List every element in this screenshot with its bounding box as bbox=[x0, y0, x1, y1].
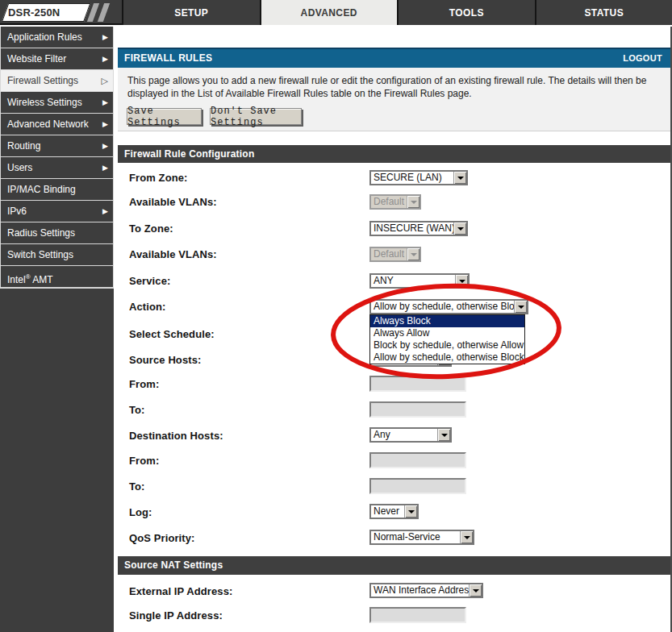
from-zone-label: From Zone: bbox=[129, 172, 188, 185]
from-zone-value: SECURE (LAN) bbox=[371, 172, 453, 184]
sidebar-item-label: Routing bbox=[7, 140, 40, 152]
select-schedule-label: Select Schedule: bbox=[129, 328, 215, 341]
dropdown-arrow-icon[interactable] bbox=[514, 301, 527, 313]
dropdown-arrow-icon bbox=[407, 196, 419, 208]
dropdown-arrow-icon[interactable] bbox=[437, 429, 450, 441]
available-vlans-from-select: Default bbox=[369, 194, 421, 210]
dest-to-label: To: bbox=[129, 480, 145, 493]
to-zone-value: INSECURE (WAN) bbox=[371, 222, 453, 235]
dest-to-input bbox=[369, 478, 466, 494]
external-ip-select[interactable]: WAN Interface Address bbox=[369, 583, 483, 598]
dropdown-arrow-icon[interactable] bbox=[453, 222, 466, 235]
qos-priority-value: Normal-Service bbox=[371, 531, 460, 543]
available-vlans-to-value: Default bbox=[371, 248, 407, 260]
sidebar-item-ip-mac-binding[interactable]: IP/MAC Binding bbox=[1, 179, 113, 201]
action-select[interactable]: Allow by schedule, otherwise Block bbox=[369, 299, 528, 314]
sidebar-item-label: Intel® AMT bbox=[7, 274, 53, 285]
top-nav-bar: DSR-250N SETUP ADVANCED TOOLS STATUS bbox=[0, 0, 672, 25]
tab-tools[interactable]: TOOLS bbox=[397, 0, 535, 25]
service-select[interactable]: ANY bbox=[369, 273, 470, 289]
destination-hosts-value: Any bbox=[371, 429, 437, 441]
action-option-always-block[interactable]: Always Block bbox=[370, 315, 524, 327]
device-name: DSR-250N bbox=[8, 3, 60, 22]
save-settings-button[interactable]: Save Settings bbox=[127, 108, 202, 125]
sidebar-item-ipv6[interactable]: IPv6 ▶ bbox=[1, 201, 113, 222]
log-select[interactable]: Never bbox=[369, 504, 419, 519]
source-from-input bbox=[369, 376, 466, 392]
submenu-arrow-icon: ▶ bbox=[102, 92, 108, 114]
available-vlans-from-label: Available VLANs: bbox=[129, 196, 217, 209]
qos-priority-select[interactable]: Normal-Service bbox=[369, 530, 474, 545]
action-option-allow-by-schedule[interactable]: Allow by schedule, otherwise Block bbox=[370, 351, 524, 364]
from-zone-select[interactable]: SECURE (LAN) bbox=[369, 170, 468, 185]
destination-hosts-select[interactable]: Any bbox=[369, 427, 452, 443]
dropdown-arrow-icon[interactable] bbox=[404, 505, 417, 518]
sidebar-item-label: Website Filter bbox=[7, 53, 66, 64]
page-title: FIREWALL RULES bbox=[124, 49, 212, 68]
log-value: Never bbox=[371, 505, 404, 518]
sidebar-item-label: IPv6 bbox=[7, 206, 27, 217]
dropdown-arrow-icon[interactable] bbox=[460, 531, 473, 543]
tab-advanced[interactable]: ADVANCED bbox=[260, 0, 398, 25]
log-label: Log: bbox=[129, 506, 152, 519]
sidebar-item-users[interactable]: Users ▶ bbox=[1, 157, 113, 179]
destination-hosts-label: Destination Hosts: bbox=[129, 430, 223, 443]
action-option-block-by-schedule[interactable]: Block by schedule, otherwise Allow bbox=[370, 339, 524, 351]
tab-status[interactable]: STATUS bbox=[535, 0, 672, 25]
available-vlans-from-value: Default bbox=[371, 196, 407, 208]
external-ip-value: WAN Interface Address bbox=[371, 584, 469, 597]
logout-link[interactable]: LOGOUT bbox=[623, 49, 662, 68]
device-logo: DSR-250N bbox=[0, 0, 122, 25]
main-tabs: SETUP ADVANCED TOOLS STATUS bbox=[122, 0, 672, 25]
sidebar-item-radius-settings[interactable]: Radius Settings bbox=[1, 222, 113, 244]
sidebar: Application Rules ▶ Website Filter ▶ Fir… bbox=[0, 27, 114, 632]
dropdown-arrow-icon[interactable] bbox=[469, 584, 482, 597]
submenu-arrow-icon: ▶ bbox=[102, 201, 108, 222]
available-vlans-to-label: Available VLANs: bbox=[129, 248, 217, 261]
sidebar-item-routing[interactable]: Routing ▶ bbox=[1, 135, 113, 157]
sidebar-item-website-filter[interactable]: Website Filter ▶ bbox=[1, 48, 113, 70]
dropdown-arrow-icon[interactable] bbox=[453, 172, 466, 184]
section-source-nat-settings: Source NAT Settings bbox=[118, 556, 670, 575]
source-to-label: To: bbox=[129, 404, 145, 417]
logo-stripe bbox=[98, 3, 110, 22]
available-vlans-to-select: Default bbox=[369, 247, 421, 262]
action-option-always-allow[interactable]: Always Allow bbox=[370, 327, 524, 339]
sidebar-item-label: Radius Settings bbox=[7, 227, 75, 239]
to-zone-select[interactable]: INSECURE (WAN) bbox=[369, 221, 468, 236]
action-label: Action: bbox=[129, 301, 165, 314]
single-ip-label: Single IP Address: bbox=[129, 609, 223, 622]
sidebar-item-firewall-settings[interactable]: Firewall Settings ▷ bbox=[1, 70, 113, 92]
sidebar-item-label: Firewall Settings bbox=[7, 75, 78, 86]
source-to-input bbox=[369, 401, 466, 418]
submenu-arrow-icon: ▶ bbox=[102, 114, 108, 135]
submenu-arrow-open-icon: ▷ bbox=[102, 70, 108, 92]
dropdown-arrow-icon[interactable] bbox=[455, 275, 468, 287]
to-zone-label: To Zone: bbox=[129, 222, 173, 235]
sidebar-item-label: Application Rules bbox=[7, 31, 82, 43]
section-firewall-rule-configuration: Firewall Rule Configuration bbox=[118, 145, 670, 163]
page-header-bar: FIREWALL RULES LOGOUT bbox=[118, 48, 670, 68]
submenu-arrow-icon: ▶ bbox=[102, 48, 108, 70]
tab-setup[interactable]: SETUP bbox=[122, 0, 260, 25]
service-label: Service: bbox=[129, 275, 170, 288]
submenu-arrow-icon: ▶ bbox=[102, 27, 108, 48]
submenu-arrow-icon: ▶ bbox=[102, 157, 108, 179]
single-ip-input bbox=[369, 607, 466, 623]
source-hosts-label: Source Hosts: bbox=[129, 354, 201, 367]
dest-from-label: From: bbox=[129, 455, 159, 468]
sidebar-menu: Application Rules ▶ Website Filter ▶ Fir… bbox=[0, 27, 114, 289]
service-value: ANY bbox=[371, 275, 455, 287]
sidebar-item-label: Advanced Network bbox=[7, 118, 89, 130]
action-options-list: Always Block Always Allow Block by sched… bbox=[369, 314, 525, 364]
sidebar-item-label: Wireless Settings bbox=[7, 97, 82, 108]
sidebar-item-wireless-settings[interactable]: Wireless Settings ▶ bbox=[1, 92, 113, 114]
sidebar-item-intel-amt[interactable]: Intel® AMT bbox=[1, 266, 113, 288]
sidebar-item-advanced-network[interactable]: Advanced Network ▶ bbox=[1, 114, 113, 135]
sidebar-item-switch-settings[interactable]: Switch Settings bbox=[1, 244, 113, 266]
sidebar-item-application-rules[interactable]: Application Rules ▶ bbox=[1, 27, 113, 48]
page-description-panel: This page allows you to add a new firewa… bbox=[118, 68, 670, 131]
sidebar-item-label: Switch Settings bbox=[7, 249, 73, 260]
content-area: FIREWALL RULES LOGOUT This page allows y… bbox=[118, 27, 672, 632]
dont-save-settings-button[interactable]: Don't Save Settings bbox=[210, 108, 302, 125]
